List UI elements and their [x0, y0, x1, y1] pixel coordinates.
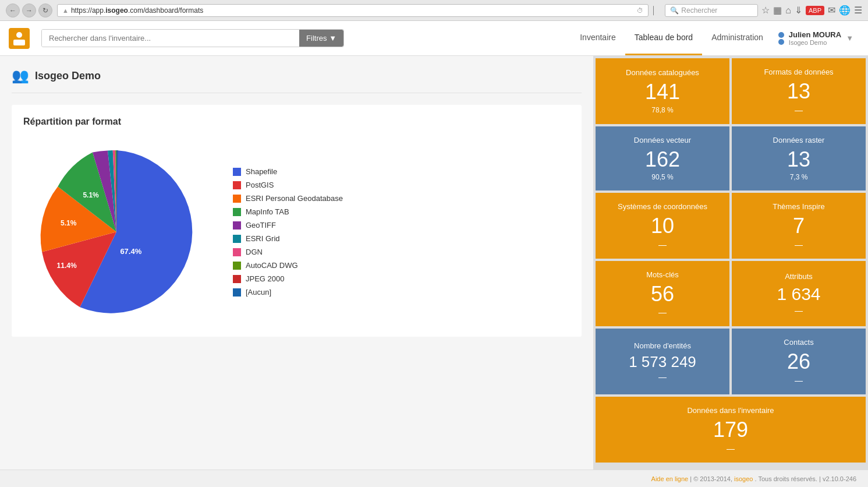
nav-links: Inventaire Tableau de bord Administratio… [571, 21, 859, 55]
legend-label-shapefile: Shapefile [246, 167, 277, 176]
search-container: Filtres ▼ [41, 29, 344, 47]
stat-sub-2: 90,5 % [651, 173, 673, 181]
user-menu[interactable]: Julien MOURA Isogeo Demo ▼ [773, 30, 859, 46]
stat-value-6: 56 [651, 283, 674, 306]
browser-search-bar[interactable]: 🔍 Rechercher [665, 4, 758, 17]
stat-value-9: 26 [787, 350, 810, 373]
legend-color-shapefile [233, 168, 241, 176]
legend-item-shapefile: Shapefile [233, 167, 343, 176]
stat-vecteur[interactable]: Données vecteur 162 90,5 % [596, 126, 729, 191]
label-51b: 5.1% [83, 191, 98, 199]
workspace-title: Isogeo Demo [35, 70, 101, 82]
user-dot-1 [778, 32, 784, 38]
filters-button[interactable]: Filtres ▼ [299, 30, 343, 47]
back-button[interactable]: ← [6, 3, 20, 17]
stat-dash-5: — [795, 240, 803, 249]
chart-legend: Shapefile PostGIS ESRI Personal Geodatab… [233, 167, 343, 297]
footer-brand-link[interactable]: isogeo [734, 475, 753, 482]
svg-rect-2 [13, 40, 25, 45]
content-area: 👥 Isogeo Demo Répartition par format [0, 56, 593, 470]
rss-icon[interactable]: ⎸ [653, 5, 661, 16]
footer-text: Aide en ligne | © 2013-2014, isogeo . To… [651, 475, 856, 482]
stat-label-7: Attributs [785, 272, 813, 281]
menu-icon[interactable]: ☰ [854, 5, 862, 16]
nav-inventaire[interactable]: Inventaire [571, 21, 625, 55]
stat-dash-4: — [658, 240, 667, 249]
stat-formats-donnees[interactable]: Formats de données 13 — [732, 58, 866, 124]
label-51a: 5.1% [61, 219, 76, 227]
stat-themes-inspire[interactable]: Thèmes Inspire 7 — [732, 193, 866, 259]
legend-label-autocad: AutoCAD DWG [246, 261, 298, 270]
logo-svg [9, 28, 30, 49]
main-layout: 👥 Isogeo Demo Répartition par format [0, 56, 868, 470]
svg-point-1 [16, 32, 22, 38]
stat-inventaire[interactable]: Données dans l'inventaire 179 — [596, 397, 866, 463]
bookmark-icon[interactable]: ☆ [761, 5, 770, 16]
legend-color-none [233, 288, 241, 297]
abp-icon[interactable]: ABP [806, 6, 824, 15]
stat-systemes[interactable]: Systèmes de coordonnées 10 — [596, 193, 729, 259]
pie-svg [23, 139, 210, 325]
footer-help-link[interactable]: Aide en ligne [651, 475, 689, 482]
legend-color-dgn [233, 248, 241, 256]
workspace-icon: 👥 [12, 68, 29, 84]
user-dropdown-icon: ▼ [846, 34, 853, 43]
chart-section: Répartition par format [12, 105, 582, 337]
svg-rect-0 [9, 28, 30, 49]
user-dot-2 [778, 39, 784, 45]
stat-sub-3: 7,3 % [790, 173, 808, 181]
stat-entites[interactable]: Nombre d'entités 1 573 249 — [596, 329, 729, 394]
legend-label-mapinfo: MapInfo TAB [246, 207, 289, 216]
stat-donnees-cataloguees[interactable]: Données cataloguées 141 78,8 % [596, 58, 729, 124]
stat-dash-10: — [727, 444, 735, 453]
legend-label-dgn: DGN [246, 248, 263, 256]
legend-color-postgis [233, 181, 241, 189]
browser-nav: ← → ↻ [6, 3, 52, 17]
stat-sub-0: 78,8 % [651, 106, 673, 114]
nav-administration[interactable]: Administration [702, 21, 773, 55]
legend-color-esri-gdb [233, 195, 241, 203]
logo[interactable] [9, 28, 30, 49]
reader-icon[interactable]: ▦ [773, 5, 782, 16]
nav-tableau-de-bord[interactable]: Tableau de bord [625, 21, 702, 55]
stats-row-2: Données vecteur 162 90,5 % Données raste… [596, 126, 866, 191]
stat-label-1: Formats de données [764, 68, 833, 76]
legend-item-jpeg: JPEG 2000 [233, 274, 343, 283]
stats-row-3: Systèmes de coordonnées 10 — Thèmes Insp… [596, 193, 866, 259]
stat-mots-cles[interactable]: Mots-clés 56 — [596, 261, 729, 327]
stat-dash-7: — [795, 306, 803, 315]
stat-attributs[interactable]: Attributs 1 634 — [732, 261, 866, 327]
legend-label-jpeg: JPEG 2000 [246, 274, 285, 283]
stat-label-5: Thèmes Inspire [773, 202, 825, 211]
url-text: https://app.isogeo.com/dashboard/formats [71, 6, 203, 15]
stat-value-5: 7 [793, 214, 805, 238]
dropdown-arrow-icon: ▼ [329, 34, 336, 43]
stat-value-4: 10 [651, 214, 674, 238]
url-bar[interactable]: ▲ https://app.isogeo.com/dashboard/forma… [57, 4, 649, 17]
pie-chart: 67.4% 11.4% 5.1% 5.1% [23, 139, 210, 325]
browser-icons: ⎸ 🔍 Rechercher ☆ ▦ ⌂ ⇓ ABP ✉ 🌐 ☰ [653, 4, 862, 17]
stats-panel: Données cataloguées 141 78,8 % Formats d… [593, 56, 868, 470]
stat-value-10: 179 [713, 418, 748, 442]
filters-label: Filtres [306, 34, 327, 43]
download-icon[interactable]: ⇓ [795, 5, 802, 16]
user-name: Julien MOURA [789, 30, 841, 39]
stat-label-0: Données cataloguées [626, 68, 699, 77]
stat-label-9: Contacts [784, 338, 813, 347]
legend-label-esri-grid: ESRI Grid [246, 234, 280, 243]
legend-color-geotiff [233, 221, 241, 230]
send-icon[interactable]: ✉ [828, 5, 835, 16]
workspace-header: 👥 Isogeo Demo [12, 68, 582, 93]
legend-item-esri-gdb: ESRI Personal Geodatabase [233, 194, 343, 203]
stat-dash-1: — [795, 105, 803, 115]
globe-icon[interactable]: 🌐 [839, 5, 851, 16]
stat-raster[interactable]: Données raster 13 7,3 % [732, 126, 866, 191]
app-header: Filtres ▼ Inventaire Tableau de bord Adm… [0, 21, 868, 56]
browser-bar: ← → ↻ ▲ https://app.isogeo.com/dashboard… [0, 0, 868, 21]
forward-button[interactable]: → [22, 3, 36, 17]
stat-label-8: Nombre d'entités [634, 341, 691, 350]
refresh-button[interactable]: ↻ [38, 3, 52, 17]
search-input[interactable] [42, 30, 299, 47]
home-icon[interactable]: ⌂ [785, 5, 791, 16]
stat-contacts[interactable]: Contacts 26 — [732, 329, 866, 394]
